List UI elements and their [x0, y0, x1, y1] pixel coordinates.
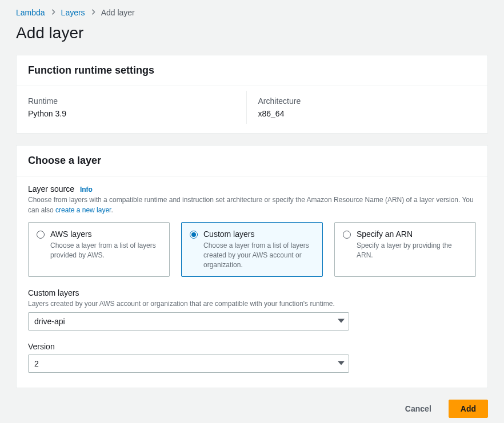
card-header: Function runtime settings — [17, 55, 487, 86]
radio-title: Specify an ARN — [357, 229, 467, 239]
architecture-column: Architecture x86_64 — [247, 91, 477, 124]
cancel-button[interactable]: Cancel — [394, 400, 443, 418]
footer-actions: Cancel Add — [16, 400, 488, 418]
version-section: Version 2 — [28, 342, 476, 373]
radio-title: Custom layers — [203, 229, 314, 239]
card-title: Function runtime settings — [28, 65, 476, 76]
breadcrumb-current: Add layer — [101, 8, 135, 17]
architecture-value: x86_64 — [258, 109, 477, 118]
custom-layers-description: Layers created by your AWS account or or… — [28, 299, 476, 309]
radio-description: Specify a layer by providing the ARN. — [357, 241, 467, 260]
radio-description: Choose a layer from a list of layers pro… — [50, 241, 161, 260]
radio-custom-layers[interactable]: Custom layers Choose a layer from a list… — [181, 222, 323, 277]
layer-source-description: Choose from layers with a compatible run… — [28, 195, 476, 215]
radio-title: AWS layers — [50, 229, 161, 239]
info-link[interactable]: Info — [80, 186, 93, 194]
breadcrumb-lambda[interactable]: Lambda — [16, 8, 45, 17]
custom-layers-select[interactable]: drive-api — [28, 312, 349, 331]
create-new-layer-link[interactable]: create a new layer — [55, 206, 111, 214]
card-header: Choose a layer — [17, 146, 487, 176]
custom-layers-label: Custom layers — [28, 288, 79, 297]
version-select[interactable]: 2 — [28, 354, 349, 373]
runtime-value: Python 3.9 — [28, 109, 246, 118]
version-label: Version — [28, 342, 55, 351]
runtime-label: Runtime — [28, 96, 246, 106]
choose-layer-card: Choose a layer Layer source Info Choose … — [16, 145, 488, 388]
radio-icon — [190, 231, 198, 239]
layer-source-label: Layer source — [28, 184, 74, 194]
radio-specify-arn[interactable]: Specify an ARN Specify a layer by provid… — [334, 222, 476, 277]
radio-icon — [37, 231, 45, 239]
breadcrumb-layers[interactable]: Layers — [61, 8, 85, 17]
layer-source-section: Layer source Info Choose from layers wit… — [28, 184, 476, 277]
custom-layers-section: Custom layers Layers created by your AWS… — [28, 288, 476, 331]
runtime-column: Runtime Python 3.9 — [28, 91, 247, 124]
chevron-right-icon — [91, 9, 95, 17]
add-button[interactable]: Add — [449, 400, 488, 418]
radio-icon — [343, 231, 351, 239]
chevron-right-icon — [51, 9, 55, 17]
page-title: Add layer — [16, 24, 488, 42]
radio-aws-layers[interactable]: AWS layers Choose a layer from a list of… — [28, 222, 170, 277]
architecture-label: Architecture — [258, 96, 477, 106]
runtime-settings-card: Function runtime settings Runtime Python… — [16, 55, 488, 134]
breadcrumb: Lambda Layers Add layer — [16, 8, 488, 17]
card-title: Choose a layer — [28, 155, 476, 167]
radio-description: Choose a layer from a list of layers cre… — [203, 241, 314, 269]
